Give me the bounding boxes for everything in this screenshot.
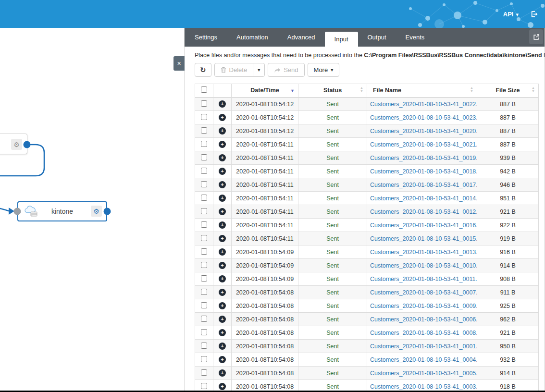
panel-close-button[interactable]: × (173, 56, 185, 71)
row-checkbox[interactable] (201, 127, 207, 134)
expand-row-icon[interactable]: + (219, 208, 226, 215)
row-checkbox[interactable] (201, 289, 207, 295)
tab-automation[interactable]: Automation (227, 28, 278, 47)
file-link[interactable]: Customers_2020-01-08-10-53-41_0001.xml (370, 343, 477, 350)
row-checkbox[interactable] (201, 248, 207, 255)
file-link[interactable]: Customers_2020-01-08-10-53-41_0006.xml (370, 316, 477, 323)
file-link[interactable]: Customers_2020-01-08-10-53-41_0009.xml (370, 303, 477, 309)
expand-row-icon[interactable]: + (219, 262, 226, 269)
row-checkbox[interactable] (201, 356, 207, 362)
row-checkbox[interactable] (201, 343, 207, 349)
row-checkbox[interactable] (201, 369, 207, 376)
row-checkbox[interactable] (201, 181, 207, 187)
row-expand-cell: + (213, 124, 232, 138)
file-link[interactable]: Customers_2020-01-08-10-53-41_0013.xml (370, 249, 477, 256)
kintone-settings-button[interactable]: ⚙ (91, 206, 102, 217)
column-header-filename[interactable]: File Name▲▼ (367, 84, 477, 98)
file-link[interactable]: Customers_2020-01-08-10-53-41_0005.xml (370, 370, 477, 377)
delete-button[interactable]: Delete (214, 63, 254, 77)
expand-row-icon[interactable]: + (219, 168, 226, 175)
cell-datetime: 2020-01-08T10:54:09 (232, 259, 298, 272)
cell-filesize: 914 B (477, 367, 539, 380)
tab-events[interactable]: Events (396, 28, 434, 47)
row-checkbox[interactable] (201, 154, 207, 160)
cell-status: Sent (298, 151, 367, 165)
expand-row-icon[interactable]: + (219, 343, 226, 350)
row-checkbox[interactable] (201, 262, 207, 268)
row-checkbox[interactable] (201, 195, 207, 201)
refresh-button[interactable]: ↻ (195, 63, 211, 77)
delete-dropdown-toggle[interactable]: ▾ (253, 63, 265, 77)
expand-row-icon[interactable]: + (219, 329, 226, 336)
expand-row-icon[interactable]: + (219, 356, 226, 363)
expand-row-icon[interactable]: + (219, 248, 226, 256)
file-link[interactable]: Customers_2020-01-08-10-53-41_0011.xml (370, 276, 477, 282)
expand-row-icon[interactable]: + (219, 275, 226, 282)
status-badge: Sent (326, 303, 339, 309)
expand-row-icon[interactable]: + (219, 383, 226, 390)
row-checkbox[interactable] (201, 302, 207, 308)
expand-row-icon[interactable]: + (219, 316, 226, 323)
row-checkbox[interactable] (201, 221, 207, 228)
chevron-down-icon: ▾ (258, 67, 260, 73)
expand-row-icon[interactable]: + (219, 114, 226, 121)
expand-row-icon[interactable]: + (219, 127, 226, 135)
tab-advanced[interactable]: Advanced (278, 28, 325, 47)
file-link[interactable]: Customers_2020-01-08-10-53-41_0015.xml (370, 235, 477, 242)
file-link[interactable]: Customers_2020-01-08-10-53-41_0010.xml (370, 262, 477, 269)
file-link[interactable]: Customers_2020-01-08-10-53-41_0008.xml (370, 330, 477, 336)
column-header-status[interactable]: Status▲▼ (298, 84, 367, 98)
file-link[interactable]: Customers_2020-01-08-10-53-41_0023.xml (370, 114, 477, 121)
expand-row-icon[interactable]: + (219, 221, 226, 229)
row-checkbox[interactable] (201, 208, 207, 214)
row-checkbox[interactable] (201, 383, 207, 389)
expand-row-icon[interactable]: + (219, 100, 226, 108)
api-dropdown[interactable]: API ▾ (503, 11, 519, 18)
file-link[interactable]: Customers_2020-01-08-10-53-41_0022.xml (370, 101, 477, 108)
expand-row-icon[interactable]: + (219, 369, 226, 377)
row-checkbox[interactable] (201, 316, 207, 322)
file-link[interactable]: Customers_2020-01-08-10-53-41_0007.xml (370, 289, 477, 296)
column-header-filesize[interactable]: File Size▲▼ (477, 84, 539, 98)
column-header-datetime[interactable]: Date/Time▼ (232, 84, 298, 98)
file-link[interactable]: Customers_2020-01-08-10-53-41_0021.xml (370, 141, 477, 148)
cell-filename: Customers_2020-01-08-10-53-41_0018.xml (367, 165, 477, 178)
file-link[interactable]: Customers_2020-01-08-10-53-41_0003.xml (370, 383, 477, 390)
popout-button[interactable] (529, 29, 543, 44)
expand-row-icon[interactable]: + (219, 195, 226, 202)
expand-row-icon[interactable]: + (219, 181, 226, 188)
row-checkbox[interactable] (201, 114, 207, 120)
row-select-cell (195, 299, 213, 313)
row-checkbox[interactable] (201, 275, 207, 282)
file-link[interactable]: Customers_2020-01-08-10-53-41_0017.xml (370, 182, 477, 188)
row-checkbox[interactable] (201, 235, 207, 241)
node-settings-button[interactable]: ⚙ (11, 139, 22, 150)
file-link[interactable]: Customers_2020-01-08-10-53-41_0016.xml (370, 222, 477, 229)
file-link[interactable]: Customers_2020-01-08-10-53-41_0004.xml (370, 356, 477, 363)
expand-row-icon[interactable]: + (219, 154, 226, 161)
row-checkbox[interactable] (201, 168, 207, 174)
expand-row-icon[interactable]: + (219, 141, 226, 148)
row-checkbox[interactable] (201, 141, 207, 147)
tab-input[interactable]: Input (325, 32, 358, 47)
flow-node-kintone[interactable]: kintone ⚙ (17, 201, 107, 221)
file-link[interactable]: Customers_2020-01-08-10-53-41_0019.xml (370, 155, 477, 161)
expand-row-icon[interactable]: + (219, 302, 226, 309)
expand-row-icon[interactable]: + (219, 235, 226, 242)
file-link[interactable]: Customers_2020-01-08-10-53-41_0018.xml (370, 168, 477, 175)
flow-node-partial[interactable]: ⚙ (0, 134, 27, 154)
tab-output[interactable]: Output (358, 28, 396, 47)
tab-settings[interactable]: Settings (185, 28, 227, 47)
send-button[interactable]: Send (268, 63, 304, 77)
row-checkbox[interactable] (201, 329, 207, 335)
refresh-icon: ↻ (200, 66, 206, 74)
file-link[interactable]: Customers_2020-01-08-10-53-41_0020.xml (370, 128, 477, 135)
select-all-checkbox[interactable] (201, 86, 207, 93)
file-link[interactable]: Customers_2020-01-08-10-53-41_0012.xml (370, 208, 477, 215)
row-checkbox[interactable] (201, 100, 207, 107)
expand-row-icon[interactable]: + (219, 289, 226, 296)
file-link[interactable]: Customers_2020-01-08-10-53-41_0014.xml (370, 195, 477, 202)
logout-button[interactable] (530, 10, 538, 18)
more-button[interactable]: More ▾ (308, 63, 340, 77)
cell-status: Sent (298, 353, 367, 367)
